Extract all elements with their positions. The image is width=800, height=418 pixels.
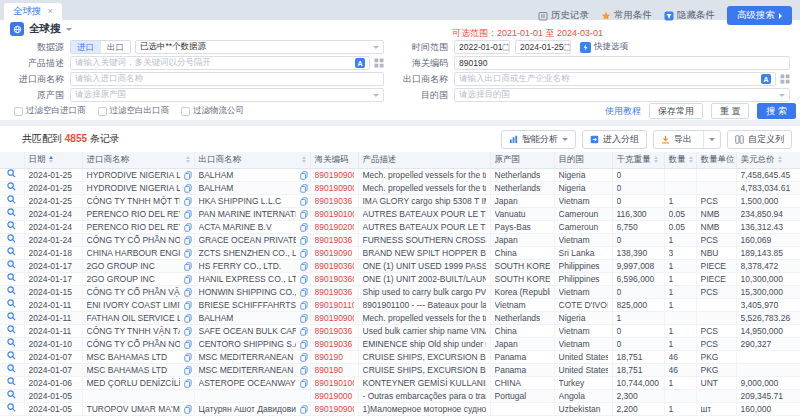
copy-icon[interactable]: [184, 327, 192, 338]
row-search-icon[interactable]: [7, 287, 16, 297]
row-search-icon[interactable]: [7, 248, 16, 258]
export-action[interactable]: 导出: [654, 131, 699, 148]
date-to-input[interactable]: 2024-01-25: [515, 40, 571, 54]
col-header-value[interactable]: 美元总价: [736, 152, 800, 168]
copy-icon[interactable]: [300, 366, 308, 377]
quick-options-button[interactable]: 快捷选项: [580, 41, 628, 53]
copy-icon[interactable]: [184, 301, 192, 312]
translate-icon[interactable]: A: [355, 58, 365, 68]
filter-blank-importer-checkbox[interactable]: 过滤空白进口商: [14, 105, 86, 117]
close-icon[interactable]: ×: [48, 7, 53, 16]
enter-group-label: 进入分组: [603, 133, 639, 146]
advanced-search-button[interactable]: 高级搜索: [727, 6, 792, 25]
row-search-cell: [0, 207, 24, 220]
batch-input-icon[interactable]: [780, 70, 790, 88]
date-from-input[interactable]: 2022-01-01: [454, 40, 510, 54]
copy-icon[interactable]: [300, 236, 308, 247]
filter-logistics-checkbox[interactable]: 过滤物流公司: [181, 105, 244, 117]
copy-icon[interactable]: [300, 184, 308, 195]
cell-importer: HYDRODIVE NIGERIA LIMITED: [82, 181, 194, 194]
favorites-button[interactable]: 常用条件: [601, 9, 652, 22]
copy-icon[interactable]: [184, 210, 192, 221]
copy-icon[interactable]: [184, 340, 192, 351]
row-search-icon[interactable]: [7, 183, 16, 193]
search-button[interactable]: 搜 索: [757, 103, 796, 119]
copy-icon[interactable]: [300, 275, 308, 286]
custom-columns-button[interactable]: 自定义列: [727, 130, 792, 149]
translate-icon[interactable]: A: [761, 74, 771, 84]
copy-icon[interactable]: [300, 210, 308, 221]
import-toggle[interactable]: 进口: [71, 41, 100, 53]
smart-analysis-button[interactable]: 智能分析: [501, 130, 576, 149]
origin-select[interactable]: 请选择原产国: [70, 88, 384, 102]
enter-group-button[interactable]: 进入分组: [582, 130, 647, 149]
copy-icon[interactable]: [184, 366, 192, 377]
history-button[interactable]: 历史记录: [538, 9, 589, 22]
product-desc-input[interactable]: 请输入关键词，多关键词以分号隔开 A: [70, 56, 370, 70]
reset-button[interactable]: 重 置: [711, 103, 750, 119]
copy-icon[interactable]: [300, 288, 308, 299]
copy-icon[interactable]: [300, 327, 308, 338]
batch-input-icon[interactable]: [374, 54, 384, 72]
copy-icon[interactable]: [184, 197, 192, 208]
copy-icon[interactable]: [184, 249, 192, 260]
copy-icon[interactable]: [184, 275, 192, 286]
copy-icon[interactable]: [300, 340, 308, 351]
col-header-importer[interactable]: 进口商名称: [82, 152, 194, 168]
row-search-icon[interactable]: [7, 391, 16, 401]
export-dropdown[interactable]: [703, 131, 720, 148]
export-toggle[interactable]: 出口: [100, 41, 130, 53]
copy-icon[interactable]: [184, 314, 192, 325]
copy-icon[interactable]: [300, 405, 308, 416]
row-search-icon[interactable]: [7, 222, 16, 232]
copy-icon[interactable]: [184, 184, 192, 195]
exporter-input[interactable]: 请输入出口商或生产企业名称 A: [454, 72, 776, 86]
row-search-icon[interactable]: [7, 404, 16, 414]
copy-icon[interactable]: [184, 223, 192, 234]
row-search-icon[interactable]: [7, 170, 16, 180]
copy-icon[interactable]: [300, 314, 308, 325]
row-search-icon[interactable]: [7, 352, 16, 362]
filter-blank-exporter-checkbox[interactable]: 过滤空白出口商: [98, 105, 170, 117]
copy-icon[interactable]: [300, 301, 308, 312]
col-header-qty[interactable]: 数量: [664, 152, 696, 168]
copy-icon[interactable]: [300, 379, 308, 390]
save-common-button[interactable]: 保存常用: [649, 103, 703, 119]
cell-date: 2024-01-05: [24, 389, 82, 402]
dest-select[interactable]: 请选择目的国: [454, 88, 790, 102]
hide-conditions-button[interactable]: 隐藏条件: [664, 9, 715, 22]
copy-icon[interactable]: [184, 288, 192, 299]
row-search-icon[interactable]: [7, 313, 16, 323]
data-source-select[interactable]: 已选中**个数据源: [135, 40, 384, 54]
copy-icon[interactable]: [184, 236, 192, 247]
copy-icon[interactable]: [300, 197, 308, 208]
hs-code-input[interactable]: 890190: [454, 56, 790, 70]
row-search-icon[interactable]: [7, 274, 16, 284]
copy-icon[interactable]: [300, 223, 308, 234]
row-search-icon[interactable]: [7, 339, 16, 349]
copy-icon[interactable]: [184, 262, 192, 273]
row-search-icon[interactable]: [7, 209, 16, 219]
copy-icon[interactable]: [300, 249, 308, 260]
copy-icon[interactable]: [300, 353, 308, 364]
copy-icon[interactable]: [184, 171, 192, 182]
tab-global-search[interactable]: 全球搜 ×: [4, 3, 62, 20]
row-search-icon[interactable]: [7, 326, 16, 336]
row-search-icon[interactable]: [7, 365, 16, 375]
col-header-date[interactable]: 日期: [24, 152, 82, 168]
chevron-down-icon[interactable]: [66, 28, 72, 31]
tutorial-link[interactable]: 使用教程: [605, 105, 641, 118]
row-search-icon[interactable]: [7, 300, 16, 310]
col-header-weight[interactable]: 千克重量: [612, 152, 664, 168]
row-search-icon[interactable]: [7, 196, 16, 206]
copy-icon[interactable]: [184, 405, 192, 416]
copy-icon[interactable]: [300, 262, 308, 273]
row-search-icon[interactable]: [7, 235, 16, 245]
importer-input[interactable]: 请输入进口商名称: [70, 72, 384, 86]
row-search-icon[interactable]: [7, 261, 16, 271]
copy-icon[interactable]: [300, 171, 308, 182]
copy-icon[interactable]: [184, 353, 192, 364]
col-header-exporter[interactable]: 出口商名称: [194, 152, 310, 168]
row-search-icon[interactable]: [7, 378, 16, 388]
copy-icon[interactable]: [184, 379, 192, 390]
